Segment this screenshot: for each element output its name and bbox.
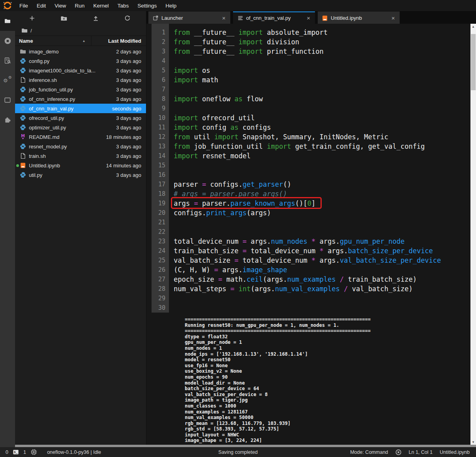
code-line-4[interactable]: 4 xyxy=(146,56,470,66)
file-row-readme-md[interactable]: MREADME.md18 minutes ago xyxy=(15,132,146,142)
code-line-18[interactable]: 18# args = parser.parse_args() xyxy=(146,189,470,199)
new-launcher-button[interactable] xyxy=(28,14,36,23)
breadcrumb-path[interactable]: / xyxy=(30,28,32,34)
code-token: (args) xyxy=(247,209,271,217)
activity-running-sessions[interactable] xyxy=(0,31,15,51)
tab-launcher[interactable]: Launcher× xyxy=(148,11,230,24)
command-mode-indicator[interactable]: Mode: Command xyxy=(350,449,388,455)
code-editor[interactable]: 1from __future__ import absolute_import2… xyxy=(146,24,470,445)
kernel-status[interactable]: oneflow-0.1.0-py36 | Idle xyxy=(47,449,101,455)
menu-settings[interactable]: Settings xyxy=(133,0,161,11)
refresh-button[interactable] xyxy=(123,14,132,23)
vertical-scrollbar[interactable]: ▲ ▼ xyxy=(470,24,476,445)
code-line-26[interactable]: 26(C, H, W) = args.image_shape xyxy=(146,265,470,275)
tab-of-cnn-train-val-py[interactable]: of_cnn_train_val.py× xyxy=(233,11,315,24)
code-line-25[interactable]: 25val_batch_size = total_device_num * ar… xyxy=(146,256,470,265)
code-line-9[interactable]: 9 xyxy=(146,104,470,113)
breadcrumb[interactable]: / xyxy=(15,25,146,36)
file-row-untitled-ipynb[interactable]: Untitled.ipynb14 minutes ago xyxy=(15,161,146,170)
tab-untitled-ipynb[interactable]: Untitled.ipynb× xyxy=(318,11,400,24)
file-row-job-function-util-py[interactable]: job_function_util.py3 days ago xyxy=(15,85,146,94)
code-line-14[interactable]: 14import resnet_model xyxy=(146,151,470,161)
close-icon[interactable]: × xyxy=(390,15,396,21)
python-file-icon xyxy=(20,172,26,178)
code-token: train_batch_size) xyxy=(344,275,417,283)
code-line-12[interactable]: 12from util import Snapshot, Summary, In… xyxy=(146,132,470,142)
file-row-util-py[interactable]: util.py3 days ago xyxy=(15,170,146,180)
tab-bar: Launcher×of_cnn_train_val.py×Untitled.ip… xyxy=(146,11,476,24)
cursor-position[interactable]: Ln 1, Col 1 xyxy=(409,449,432,455)
code-token: config xyxy=(198,123,230,131)
scroll-down-icon[interactable]: ▼ xyxy=(470,439,476,445)
file-row-resnet-model-py[interactable]: resnet_model.py3 days ago xyxy=(15,142,146,151)
scroll-up-icon[interactable]: ▲ xyxy=(470,24,476,29)
menu-file[interactable]: File xyxy=(15,0,32,11)
terminals-count[interactable]: 0 xyxy=(6,449,8,455)
code-token: batch_size_per_device xyxy=(348,247,433,255)
file-row-imagenet1000-clsidx-to-la-[interactable]: imagenet1000_clsidx_to_la...3 days ago xyxy=(15,66,146,75)
activity-command-palette[interactable] xyxy=(0,51,15,70)
file-row-image-demo[interactable]: image_demo2 days ago xyxy=(15,47,146,56)
code-token: (C, H, W) xyxy=(174,266,214,274)
kernels-count[interactable]: 1 xyxy=(23,449,26,455)
menu-edit[interactable]: Edit xyxy=(32,0,50,11)
code-line-20[interactable]: 20configs.print_args(args) xyxy=(146,208,470,218)
code-line-22[interactable]: 22 xyxy=(146,227,470,237)
code-line-30[interactable]: 30 xyxy=(146,303,470,313)
code-line-23[interactable]: 23total_device_num = args.num_nodes * ar… xyxy=(146,237,470,246)
output-line: num_val_examples = 50000 xyxy=(185,415,470,421)
code-line-2[interactable]: 2from __future__ import division xyxy=(146,37,470,47)
new-folder-button[interactable] xyxy=(59,14,68,23)
code-line-16[interactable]: 16 xyxy=(146,170,470,180)
menu-run[interactable]: Run xyxy=(70,0,89,11)
file-row-train-sh[interactable]: train.sh3 days ago xyxy=(15,151,146,161)
code-token: = xyxy=(243,247,247,255)
code-line-24[interactable]: 24train_batch_size = total_device_num * … xyxy=(146,246,470,256)
menu-kernel[interactable]: Kernel xyxy=(89,0,113,11)
file-row-inference-sh[interactable]: inference.sh3 days ago xyxy=(15,75,146,85)
code-line-17[interactable]: 17parser = configs.get_parser() xyxy=(146,180,470,189)
code-line-7[interactable]: 7 xyxy=(146,85,470,94)
code-line-21[interactable]: 21 xyxy=(146,218,470,227)
code-line-8[interactable]: 8import oneflow as flow xyxy=(146,94,470,104)
kernel-chip-icon[interactable] xyxy=(30,449,37,455)
file-row-of-cnn-train-val-py[interactable]: of_cnn_train_val.pyseconds ago xyxy=(15,104,146,113)
code-content xyxy=(169,227,174,237)
code-line-11[interactable]: 11import config as configs xyxy=(146,123,470,132)
upload-button[interactable] xyxy=(91,14,100,23)
close-icon[interactable]: × xyxy=(305,15,312,21)
menu-tabs[interactable]: Tabs xyxy=(113,0,133,11)
code-line-29[interactable]: 29 xyxy=(146,294,470,303)
code-line-3[interactable]: 3from __future__ import print_function xyxy=(146,47,470,56)
code-line-5[interactable]: 5import os xyxy=(146,66,470,75)
column-header-last-modified[interactable]: Last Modified xyxy=(91,38,146,44)
code-content xyxy=(169,294,174,303)
menu-view[interactable]: View xyxy=(50,0,70,11)
code-line-10[interactable]: 10import ofrecord_util xyxy=(146,113,470,123)
offline-circle-x-icon[interactable] xyxy=(395,449,402,455)
code-line-15[interactable]: 15 xyxy=(146,161,470,170)
code-line-27[interactable]: 27epoch_size = math.ceil(args.num_exampl… xyxy=(146,275,470,284)
code-token: import xyxy=(239,38,263,46)
code-line-6[interactable]: 6import math xyxy=(146,75,470,85)
terminal-icon[interactable]: $_ xyxy=(13,449,19,455)
activity-extension-manager[interactable] xyxy=(0,110,15,130)
file-row-ofrecord-util-py[interactable]: ofrecord_util.py3 days ago xyxy=(15,113,146,123)
activity-open-tabs[interactable] xyxy=(0,90,15,110)
file-row-optimizer-util-py[interactable]: optimizer_util.py3 days ago xyxy=(15,123,146,132)
file-modified: 2 days ago xyxy=(95,49,146,55)
file-row-of-cnn-inference-py[interactable]: of_cnn_inference.py3 days ago xyxy=(15,94,146,104)
column-header-name[interactable]: Name ▲ xyxy=(15,36,91,46)
code-line-1[interactable]: 1from __future__ import absolute_import xyxy=(146,28,470,37)
code-line-13[interactable]: 13from job_function_util import get_trai… xyxy=(146,142,470,151)
menu-help[interactable]: Help xyxy=(161,0,181,11)
close-icon[interactable]: × xyxy=(220,15,227,21)
code-line-28[interactable]: 28num_val_steps = int(args.num_val_examp… xyxy=(146,284,470,294)
python-file-icon xyxy=(20,115,26,121)
file-row-config-py[interactable]: config.py3 days ago xyxy=(15,56,146,66)
scrollbar-thumb[interactable] xyxy=(471,34,476,90)
code-line-19[interactable]: 19args = parser.parse_known_args()[0] xyxy=(146,199,470,208)
line-number: 6 xyxy=(152,75,169,85)
activity-file-browser[interactable] xyxy=(0,11,15,31)
activity-property-inspector[interactable]: ⚙⚙ xyxy=(0,70,15,90)
